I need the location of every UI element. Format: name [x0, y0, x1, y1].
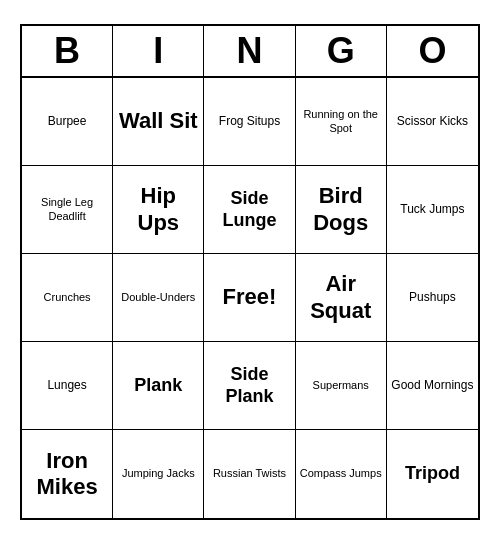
bingo-cell-19: Good Mornings	[387, 342, 478, 430]
bingo-cell-3: Running on the Spot	[296, 78, 387, 166]
bingo-cell-14: Pushups	[387, 254, 478, 342]
bingo-grid: BurpeeWall SitFrog SitupsRunning on the …	[22, 78, 478, 518]
bingo-cell-13: Air Squat	[296, 254, 387, 342]
header-letter-o: O	[387, 26, 478, 76]
bingo-cell-20: Iron Mikes	[22, 430, 113, 518]
bingo-cell-18: Supermans	[296, 342, 387, 430]
bingo-cell-6: Hip Ups	[113, 166, 204, 254]
bingo-cell-22: Russian Twists	[204, 430, 295, 518]
bingo-header: BINGO	[22, 26, 478, 78]
bingo-cell-12: Free!	[204, 254, 295, 342]
bingo-cell-0: Burpee	[22, 78, 113, 166]
bingo-cell-24: Tripod	[387, 430, 478, 518]
header-letter-i: I	[113, 26, 204, 76]
bingo-cell-2: Frog Situps	[204, 78, 295, 166]
header-letter-b: B	[22, 26, 113, 76]
bingo-cell-1: Wall Sit	[113, 78, 204, 166]
bingo-cell-21: Jumping Jacks	[113, 430, 204, 518]
bingo-card: BINGO BurpeeWall SitFrog SitupsRunning o…	[20, 24, 480, 520]
bingo-cell-10: Crunches	[22, 254, 113, 342]
bingo-cell-9: Tuck Jumps	[387, 166, 478, 254]
bingo-cell-5: Single Leg Deadlift	[22, 166, 113, 254]
header-letter-n: N	[204, 26, 295, 76]
bingo-cell-11: Double-Unders	[113, 254, 204, 342]
bingo-cell-17: Side Plank	[204, 342, 295, 430]
bingo-cell-4: Scissor Kicks	[387, 78, 478, 166]
bingo-cell-8: Bird Dogs	[296, 166, 387, 254]
header-letter-g: G	[296, 26, 387, 76]
bingo-cell-7: Side Lunge	[204, 166, 295, 254]
bingo-cell-15: Lunges	[22, 342, 113, 430]
bingo-cell-23: Compass Jumps	[296, 430, 387, 518]
bingo-cell-16: Plank	[113, 342, 204, 430]
